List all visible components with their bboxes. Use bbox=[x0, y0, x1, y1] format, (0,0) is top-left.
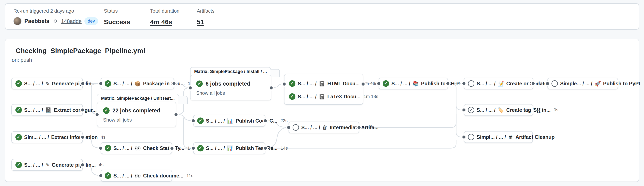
tag-icon: 🏷️ bbox=[498, 107, 504, 113]
output-port bbox=[172, 82, 176, 85]
job-duration: 1m 46s bbox=[363, 81, 378, 86]
job-node-package-source[interactable]: S... / ... / 📦 Package in Sou... 18s bbox=[101, 78, 174, 89]
group-summary: 6 jobs completed bbox=[206, 81, 250, 87]
memo-icon: 📝 bbox=[498, 81, 504, 87]
output-port bbox=[362, 83, 364, 86]
output-port bbox=[358, 126, 360, 129]
books-icon: 📚 bbox=[412, 81, 419, 87]
success-icon bbox=[16, 134, 22, 140]
group-summary: 22 jobs completed bbox=[112, 108, 160, 114]
job-prefix: S... / ... / bbox=[114, 81, 132, 87]
notebook-icon: 📓 bbox=[319, 81, 325, 87]
job-prefix: S... / ... / bbox=[206, 118, 225, 124]
pending-icon bbox=[468, 80, 474, 87]
job-node-artifact-cleanup[interactable]: Simpl... / ... / 🗑 Artifact Cleanup bbox=[464, 131, 533, 143]
input-port bbox=[99, 174, 102, 177]
success-icon bbox=[383, 80, 389, 87]
matrix-install-group[interactable]: 6 jobs completed Show all jobs bbox=[190, 75, 271, 100]
job-name: Check Static Ty... bbox=[143, 145, 184, 151]
eyes-icon: 👀 bbox=[134, 173, 141, 179]
skipped-icon bbox=[468, 107, 474, 113]
job-name: Generate pipelin... bbox=[52, 81, 96, 87]
input-port bbox=[189, 86, 192, 89]
job-node-publish-gh-pages[interactable]: S... / ... / 📚 Publish to GH-P... 7s bbox=[378, 78, 448, 89]
wastebasket-icon: 🗑 bbox=[322, 125, 328, 130]
job-prefix: S... / ... / bbox=[114, 173, 132, 179]
job-duration: 0s bbox=[554, 107, 558, 113]
output-port bbox=[264, 147, 267, 150]
job-prefix: S... / ... / bbox=[24, 107, 43, 113]
output-port bbox=[532, 82, 535, 85]
success-icon bbox=[289, 80, 296, 87]
job-prefix: S... / ... / bbox=[476, 107, 496, 113]
job-node-publish-code-coverage[interactable]: S... / ... / 📊 Publish Code C... 22s bbox=[193, 115, 266, 127]
wastebasket-icon: 🗑 bbox=[508, 134, 513, 140]
input-port bbox=[377, 82, 380, 85]
job-node-create-tag[interactable]: S... / ... / 🏷️ Create tag '${{ in... 0s bbox=[464, 104, 533, 116]
bar-chart-icon: 📊 bbox=[227, 145, 233, 151]
pencil-icon: ✎ bbox=[45, 81, 50, 87]
output-port bbox=[81, 82, 84, 85]
success-icon bbox=[103, 107, 110, 114]
success-icon bbox=[197, 145, 204, 151]
job-name: Check docume... bbox=[143, 173, 184, 179]
show-all-jobs-link[interactable]: Show all jobs bbox=[196, 90, 225, 96]
job-prefix: S... / ... / bbox=[301, 125, 320, 130]
notebook-icon: 📓 bbox=[45, 107, 52, 113]
job-prefix: Simple... / ... / bbox=[560, 81, 592, 87]
show-all-jobs-link[interactable]: Show all jobs bbox=[103, 117, 132, 123]
success-icon bbox=[105, 80, 111, 87]
job-card-documentation[interactable]: S... / ... / 📓 HTML Docu... 1m 46s S... … bbox=[284, 74, 363, 105]
job-duration: 14s bbox=[280, 145, 288, 151]
job-name: Intermediate Artifa... bbox=[330, 125, 378, 130]
job-name: Package in Sou... bbox=[143, 81, 185, 87]
output-port bbox=[81, 109, 84, 112]
output-port bbox=[264, 119, 267, 122]
job-name: Publish Code C... bbox=[236, 118, 277, 124]
success-icon bbox=[196, 81, 203, 87]
job-duration: 1m 18s bbox=[364, 94, 378, 99]
job-prefix: S... / ... / bbox=[298, 94, 316, 100]
input-port bbox=[462, 109, 466, 112]
input-port bbox=[99, 82, 102, 85]
job-node-create-or-update-release[interactable]: S... / ... / 📝 Create or Update R... bbox=[464, 78, 533, 89]
pending-icon bbox=[468, 134, 474, 140]
job-duration: 4s bbox=[101, 135, 105, 140]
job-node-intermediate-artifacts[interactable]: S... / ... / 🗑 Intermediate Artifa... bbox=[288, 122, 359, 133]
matrix-unittest-group[interactable]: 22 jobs completed Show all jobs bbox=[97, 102, 176, 127]
job-node-check-documentation[interactable]: S... / ... / 👀 Check docume... 11s bbox=[101, 170, 172, 181]
output-port bbox=[81, 163, 84, 166]
package-icon: 📦 bbox=[134, 81, 141, 87]
input-port bbox=[99, 147, 102, 150]
job-prefix: S... / ... / bbox=[476, 81, 496, 87]
job-prefix: S... / ... / bbox=[24, 81, 43, 87]
rocket-icon: 🚀 bbox=[594, 81, 601, 87]
input-port bbox=[462, 136, 466, 139]
job-duration: 11s bbox=[186, 173, 193, 178]
success-icon bbox=[16, 162, 22, 168]
job-name: Extract Information bbox=[51, 134, 98, 140]
job-prefix: S... / ... / bbox=[206, 145, 225, 151]
job-prefix: Sim... / ... / bbox=[24, 134, 49, 140]
success-icon bbox=[289, 93, 296, 100]
pencil-icon: ✎ bbox=[45, 162, 50, 168]
job-name: Publish Test Re... bbox=[236, 145, 278, 151]
job-node-generate-pipeline-1[interactable]: S... / ... / ✎ Generate pipelin... 3s bbox=[11, 78, 83, 89]
workflow-graph: S... / ... / ✎ Generate pipelin... 3s S.… bbox=[0, 0, 644, 186]
job-node-extract-configuration[interactable]: S... / ... / 📓 Extract configur... 6s bbox=[11, 104, 83, 116]
job-name: Generate pipelin... bbox=[52, 162, 96, 168]
job-duration: 4s bbox=[99, 162, 104, 167]
job-name: Publish to PyPI bbox=[603, 81, 640, 87]
pending-icon bbox=[292, 124, 299, 131]
success-icon bbox=[105, 172, 111, 179]
job-prefix: S... / ... / bbox=[24, 162, 43, 168]
job-name: HTML Docu... bbox=[327, 81, 360, 87]
job-node-check-static-types[interactable]: S... / ... / 👀 Check Static Ty... 14s bbox=[101, 142, 172, 154]
job-prefix: S... / ... / bbox=[392, 81, 410, 87]
job-node-publish-test-results[interactable]: S... / ... / 📊 Publish Test Re... 14s bbox=[193, 142, 266, 154]
job-node-extract-information[interactable]: Sim... / ... / Extract Information 4s bbox=[11, 131, 83, 143]
job-node-publish-pypi[interactable]: Simple... / ... / 🚀 Publish to PyPI bbox=[548, 78, 618, 89]
job-node-generate-pipeline-2[interactable]: S... / ... / ✎ Generate pipelin... 4s bbox=[11, 159, 83, 171]
success-icon bbox=[16, 107, 22, 113]
input-port bbox=[192, 147, 195, 150]
